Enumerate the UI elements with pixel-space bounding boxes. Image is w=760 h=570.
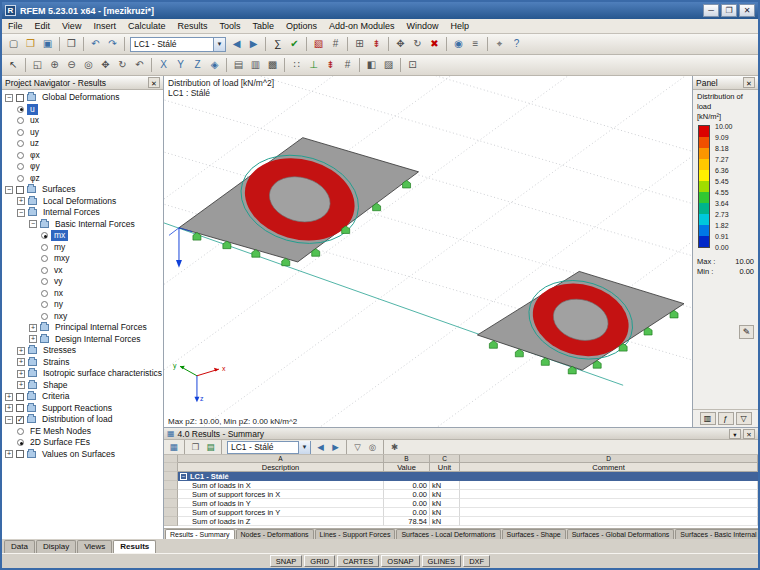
tree-item-stresses[interactable]: +Stresses xyxy=(2,345,163,357)
snap-toggle[interactable]: SNAP xyxy=(270,555,302,567)
calculate-all-button[interactable]: ∑ xyxy=(269,36,286,53)
menu-insert[interactable]: Insert xyxy=(87,19,122,34)
navigator-close-button[interactable]: ✕ xyxy=(148,77,160,88)
expander-icon[interactable]: + xyxy=(5,450,13,458)
print-table-button[interactable]: ❒ xyxy=(188,441,203,454)
model-view-canvas[interactable]: x y z xyxy=(164,76,692,427)
radio-nx[interactable] xyxy=(41,290,48,297)
tree-item-u[interactable]: u xyxy=(2,104,163,116)
tree-item-distribution-of-load[interactable]: −Distribution of load xyxy=(2,414,163,426)
radio-z[interactable] xyxy=(17,175,24,182)
glines-toggle[interactable]: GLINES xyxy=(422,555,462,567)
tree-item-principal-internal-forces[interactable]: +Principal Internal Forces xyxy=(2,322,163,334)
tree-item-strains[interactable]: +Strains xyxy=(2,357,163,369)
previous-table-load-case-button[interactable]: ◀ xyxy=(313,441,328,454)
row-selector[interactable] xyxy=(164,508,178,517)
factors-tab-button[interactable]: ƒ xyxy=(718,412,734,425)
show-result-values-button[interactable]: # xyxy=(327,36,344,53)
tree-item-ux[interactable]: ux xyxy=(2,115,163,127)
full-screen-button[interactable]: ⊡ xyxy=(404,57,421,74)
zoom-all-button[interactable]: ◎ xyxy=(80,57,97,74)
show-grid-button[interactable]: ∷ xyxy=(288,57,305,74)
tree-item-uz[interactable]: uz xyxy=(2,138,163,150)
help-button[interactable]: ? xyxy=(508,36,525,53)
radio-vx[interactable] xyxy=(41,267,48,274)
tree-item-y[interactable]: φy xyxy=(2,161,163,173)
nav-tab-views[interactable]: Views xyxy=(77,540,112,553)
previous-view-button[interactable]: ↶ xyxy=(131,57,148,74)
tree-item-surfaces[interactable]: −Surfaces xyxy=(2,184,163,196)
checkbox-support-reactions[interactable] xyxy=(16,404,24,412)
tree-item-criteria[interactable]: +Criteria xyxy=(2,391,163,403)
tree-item-nxy[interactable]: nxy xyxy=(2,311,163,323)
tree-item-2d-surface-fes[interactable]: 2D Surface FEs xyxy=(2,437,163,449)
rotate-button[interactable]: ↻ xyxy=(409,36,426,53)
expander-icon[interactable]: + xyxy=(17,370,25,378)
menu-tools[interactable]: Tools xyxy=(213,19,246,34)
wireframe-model-button[interactable]: ▤ xyxy=(230,57,247,74)
table-row[interactable]: Sum of loads in Y0.00kN xyxy=(164,499,758,508)
checkbox-distribution-of-load[interactable] xyxy=(16,416,24,424)
pan-view-button[interactable]: ✥ xyxy=(97,57,114,74)
chevron-down-icon[interactable]: ▼ xyxy=(213,38,225,51)
checkbox-global-deformations[interactable] xyxy=(16,94,24,102)
edit-color-scale-button[interactable]: ✎ xyxy=(739,325,754,339)
filter-tab-button[interactable]: ▽ xyxy=(736,412,752,425)
dxf-toggle[interactable]: DXF xyxy=(463,555,490,567)
radio-mx[interactable] xyxy=(41,232,48,239)
show-supports-button[interactable]: ⊥ xyxy=(305,57,322,74)
nav-tab-display[interactable]: Display xyxy=(36,540,76,553)
display-properties-button[interactable]: ≡ xyxy=(467,36,484,53)
check-data-button[interactable]: ✔ xyxy=(286,36,303,53)
view-in-x-button[interactable]: X xyxy=(155,57,172,74)
radio-my[interactable] xyxy=(41,244,48,251)
table-row[interactable]: Sum of loads in Z78.54kN xyxy=(164,517,758,526)
dock-results-button[interactable]: ▾ xyxy=(729,429,741,439)
view-in-y-button[interactable]: Y xyxy=(172,57,189,74)
maximize-button[interactable]: ❐ xyxy=(721,4,737,17)
row-selector[interactable] xyxy=(164,481,178,490)
show-load-values-button[interactable]: ⇟ xyxy=(322,57,339,74)
tree-item-z[interactable]: φz xyxy=(2,173,163,185)
next-table-load-case-button[interactable]: ▶ xyxy=(328,441,343,454)
undo-button[interactable]: ↶ xyxy=(87,36,104,53)
clipping-planes-button[interactable]: ◧ xyxy=(363,57,380,74)
delete-button[interactable]: ✖ xyxy=(426,36,443,53)
expander-icon[interactable]: + xyxy=(5,393,13,401)
table-row[interactable]: Sum of support forces in Y0.00kN xyxy=(164,508,758,517)
menu-calculate[interactable]: Calculate xyxy=(122,19,172,34)
tab-surfaces-global-deformations[interactable]: Surfaces - Global Deformations xyxy=(567,529,675,539)
radio-ux[interactable] xyxy=(17,117,24,124)
tree-item-mx[interactable]: mx xyxy=(2,230,163,242)
previous-load-case-button[interactable]: ◀ xyxy=(228,36,245,53)
tree-item-support-reactions[interactable]: +Support Reactions xyxy=(2,403,163,415)
export-to-excel-button[interactable]: ▤ xyxy=(203,441,218,454)
zoom-out-button[interactable]: ⊖ xyxy=(63,57,80,74)
panel-close-button[interactable]: ✕ xyxy=(743,77,755,88)
expander-icon[interactable]: + xyxy=(29,324,37,332)
zoom-in-button[interactable]: ⊕ xyxy=(46,57,63,74)
tab-surfaces-shape[interactable]: Surfaces - Shape xyxy=(502,529,566,539)
tree-item-design-internal-forces[interactable]: +Design Internal Forces xyxy=(2,334,163,346)
show-results-button[interactable]: ▧ xyxy=(310,36,327,53)
solid-model-button[interactable]: ▩ xyxy=(264,57,281,74)
tree-item-basic-internal-forces[interactable]: −Basic Internal Forces xyxy=(2,219,163,231)
nav-tab-data[interactable]: Data xyxy=(4,540,35,553)
radio-u[interactable] xyxy=(17,106,24,113)
radio-mxy[interactable] xyxy=(41,255,48,262)
tree-item-local-deformations[interactable]: +Local Deformations xyxy=(2,196,163,208)
tree-item-mxy[interactable]: mxy xyxy=(2,253,163,265)
show-loads-button[interactable]: ⇟ xyxy=(368,36,385,53)
tab-results-summary[interactable]: Results - Summary xyxy=(165,529,235,539)
row-selector[interactable] xyxy=(164,517,178,526)
visibilities-button[interactable]: ◉ xyxy=(450,36,467,53)
expander-icon[interactable]: + xyxy=(17,381,25,389)
tree-item-shape[interactable]: +Shape xyxy=(2,380,163,392)
menu-file[interactable]: File xyxy=(2,19,29,34)
isometric-view-button[interactable]: ◈ xyxy=(206,57,223,74)
checkbox-surfaces[interactable] xyxy=(16,186,24,194)
tree-item-nx[interactable]: nx xyxy=(2,288,163,300)
menu-help[interactable]: Help xyxy=(445,19,476,34)
pointer-select-button[interactable]: ↖ xyxy=(5,57,22,74)
close-button[interactable]: ✕ xyxy=(739,4,755,17)
